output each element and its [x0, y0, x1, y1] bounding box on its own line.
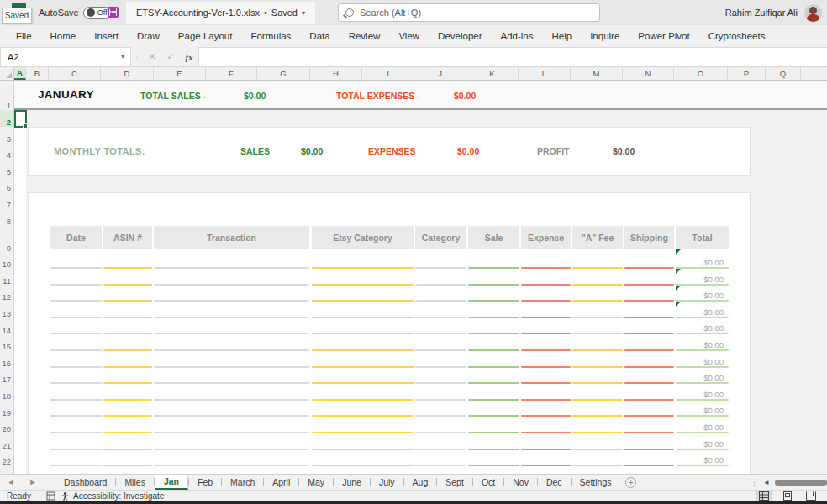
- table-row[interactable]: $0.00: [29, 368, 751, 385]
- table-row[interactable]: $0.00: [29, 401, 751, 417]
- sheet-tab-april[interactable]: April: [264, 475, 298, 490]
- ribbon-tab-add-ins[interactable]: Add-ins: [492, 25, 543, 47]
- save-icon[interactable]: [108, 7, 119, 18]
- column-header-M[interactable]: M: [571, 67, 623, 80]
- total-cell-value[interactable]: $0.00: [676, 455, 729, 465]
- sheet-tab-nov[interactable]: Nov: [504, 475, 537, 490]
- total-cell-value[interactable]: $0.00: [676, 291, 729, 300]
- column-header-Q[interactable]: Q: [766, 67, 801, 80]
- row-header-1[interactable]: 1: [0, 81, 13, 110]
- row-header-15[interactable]: 15: [0, 335, 13, 352]
- total-cell-value[interactable]: $0.00: [676, 323, 729, 333]
- worksheet-grid[interactable]: 1234567891011121314151617181920212223 JA…: [0, 81, 827, 474]
- table-row[interactable]: $0.00: [29, 286, 751, 302]
- column-header-K[interactable]: K: [466, 67, 519, 80]
- file-title[interactable]: ETSY-Accounting-Ver-1.0.xlsx • Saved ▾: [126, 2, 315, 24]
- total-cell-value[interactable]: $0.00: [676, 340, 729, 349]
- total-cell-value[interactable]: $0.00: [676, 406, 729, 415]
- row-header-8[interactable]: 8: [0, 209, 13, 226]
- insert-function-icon[interactable]: fx: [180, 47, 198, 66]
- table-row[interactable]: $0.00: [29, 467, 751, 474]
- column-header-E[interactable]: E: [154, 67, 206, 80]
- row-header-7[interactable]: 7: [0, 192, 13, 209]
- table-row[interactable]: $0.00: [29, 270, 751, 286]
- ribbon-tab-home[interactable]: Home: [41, 25, 86, 47]
- sheet-tab-dashboard[interactable]: Dashboard: [55, 475, 115, 490]
- row-header-21[interactable]: 21: [0, 433, 13, 450]
- sheet-tab-feb[interactable]: Feb: [189, 475, 221, 490]
- table-row[interactable]: $0.00: [29, 253, 751, 270]
- column-header-D[interactable]: D: [101, 67, 154, 80]
- table-row[interactable]: $0.00: [29, 417, 751, 434]
- row-header-3[interactable]: 3: [0, 127, 13, 144]
- sheet-tab-june[interactable]: June: [334, 475, 370, 490]
- sheet-tab-may[interactable]: May: [299, 475, 333, 490]
- row-header-23[interactable]: 23: [0, 466, 13, 474]
- row-header-16[interactable]: 16: [0, 351, 13, 368]
- select-all-corner[interactable]: [0, 67, 14, 80]
- sheet-tab-settings[interactable]: Settings: [572, 475, 620, 490]
- row-header-12[interactable]: 12: [0, 286, 13, 302]
- view-page-break-button[interactable]: [803, 491, 819, 501]
- column-header-G[interactable]: G: [257, 67, 310, 80]
- selected-cell-a2[interactable]: [14, 110, 27, 128]
- table-row[interactable]: $0.00: [29, 302, 751, 319]
- accessibility-status[interactable]: Accessibility: Investigate: [61, 491, 164, 501]
- table-row[interactable]: $0.00: [29, 335, 751, 352]
- column-header-C[interactable]: C: [49, 67, 101, 80]
- row-header-18[interactable]: 18: [0, 384, 13, 401]
- sheet-tab-march[interactable]: March: [222, 475, 263, 490]
- enter-icon[interactable]: ✓: [161, 47, 180, 66]
- row-header-2[interactable]: 2: [0, 110, 13, 127]
- sheet-tab-jan[interactable]: Jan: [155, 475, 188, 490]
- row-header-4[interactable]: 4: [0, 144, 13, 160]
- column-header-H[interactable]: H: [310, 67, 362, 80]
- total-cell-value[interactable]: $0.00: [676, 439, 729, 449]
- ribbon-tab-page-layout[interactable]: Page Layout: [169, 25, 242, 47]
- total-cell-value[interactable]: $0.00: [676, 373, 729, 382]
- total-cell-value[interactable]: $0.00: [676, 357, 729, 366]
- column-header-J[interactable]: J: [414, 67, 466, 80]
- column-header-N[interactable]: N: [623, 67, 674, 80]
- total-cell-value[interactable]: $0.00: [676, 275, 729, 284]
- row-header-5[interactable]: 5: [0, 160, 13, 176]
- row-header-20[interactable]: 20: [0, 417, 13, 434]
- column-header-B[interactable]: B: [26, 67, 49, 80]
- table-row[interactable]: $0.00: [29, 450, 751, 467]
- name-box[interactable]: A2 ▾: [0, 47, 131, 66]
- table-row[interactable]: $0.00: [29, 385, 751, 402]
- ribbon-tab-file[interactable]: File: [7, 25, 41, 47]
- ribbon-tab-help[interactable]: Help: [543, 25, 582, 47]
- formula-input[interactable]: [198, 47, 827, 66]
- row-header-19[interactable]: 19: [0, 401, 13, 417]
- add-sheet-button[interactable]: +: [620, 475, 642, 490]
- view-page-layout-button[interactable]: [780, 491, 795, 501]
- ribbon-tab-developer[interactable]: Developer: [429, 25, 491, 47]
- cancel-icon[interactable]: ✕: [143, 47, 161, 66]
- ribbon-tab-formulas[interactable]: Formulas: [241, 25, 300, 47]
- row-header-10[interactable]: 10: [0, 253, 13, 270]
- sheet-tab-miles[interactable]: Miles: [116, 475, 154, 490]
- sheet-tab-oct[interactable]: Oct: [473, 475, 503, 490]
- ribbon-tab-cryptosheets[interactable]: Cryptosheets: [699, 25, 775, 47]
- column-header-L[interactable]: L: [519, 67, 571, 80]
- search-box[interactable]: Search (Alt+Q): [338, 3, 600, 22]
- table-row[interactable]: $0.00: [29, 434, 751, 451]
- column-header-O[interactable]: O: [674, 67, 728, 80]
- macro-record-icon[interactable]: [40, 491, 61, 501]
- table-row[interactable]: $0.00: [29, 352, 751, 369]
- sheet-tab-july[interactable]: July: [371, 475, 403, 490]
- sheet-nav-right-icon[interactable]: ►: [22, 475, 44, 490]
- sheet-nav-left-icon[interactable]: ◄: [0, 475, 22, 490]
- sheet-canvas[interactable]: JANUARY TOTAL SALES - $0.00 TOTAL EXPENS…: [14, 81, 827, 474]
- ribbon-tab-insert[interactable]: Insert: [85, 25, 128, 47]
- column-header-P[interactable]: P: [728, 67, 766, 80]
- row-header-22[interactable]: 22: [0, 450, 13, 467]
- sheet-tab-aug[interactable]: Aug: [404, 475, 437, 490]
- sheet-tab-sept[interactable]: Sept: [437, 475, 472, 490]
- column-header-I[interactable]: I: [362, 67, 414, 80]
- column-header-F[interactable]: F: [206, 67, 257, 80]
- ribbon-tab-review[interactable]: Review: [340, 25, 390, 47]
- hscroll-thumb[interactable]: [775, 480, 827, 486]
- total-cell-value[interactable]: $0.00: [676, 390, 729, 399]
